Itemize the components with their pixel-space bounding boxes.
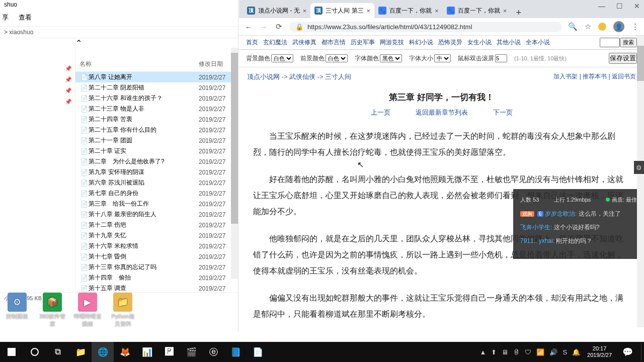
explorer-path[interactable]: > xiaoshuo <box>0 26 238 38</box>
toolbar-item[interactable]: 查看 <box>19 13 32 22</box>
file-row[interactable]: 📄第二十二章 阴差阳错2019/2/27 <box>75 82 238 93</box>
taskbar-clock[interactable]: 20:17 2019/2/27 <box>583 345 616 358</box>
tray-icon[interactable]: ⬆ <box>491 348 497 356</box>
new-tab-button[interactable]: + <box>511 8 526 18</box>
font-color-select[interactable]: 黑色 <box>380 54 402 62</box>
chapter-list-link[interactable]: 返回最新章节列表 <box>416 108 468 117</box>
tray-icon[interactable]: ▲ <box>480 348 487 356</box>
site-nav-link[interactable]: 网游竞技 <box>380 38 404 47</box>
file-row[interactable]: 📄第二十三章 物是人非2019/2/27 <box>75 104 238 114</box>
file-row[interactable]: 📄第七章 自己的身份2019/2/27 <box>75 188 238 199</box>
file-row[interactable]: 📄第三章 给我一份工作2019/2/27 <box>75 199 238 209</box>
task-view-button[interactable]: ⧉ <box>46 342 69 362</box>
desktop-icon[interactable]: 📦360软件管家 <box>38 293 66 328</box>
font-size-select[interactable]: 中 <box>434 54 451 62</box>
taskbar-app-misc1[interactable]: 📘 <box>224 342 247 362</box>
show-desktop-button[interactable] <box>641 343 644 361</box>
breadcrumb-book[interactable]: 三寸人间 <box>325 73 351 80</box>
file-row[interactable]: 📄第十五章 调查2019/2/27 <box>75 283 238 292</box>
page-viewport[interactable]: 首页玄幻魔法武侠修真都市言情历史军事网游竞技科幻小说恐怖灵异女生小说其他小说全本… <box>239 36 644 332</box>
tab-close-button[interactable]: × <box>303 7 307 15</box>
col-date[interactable]: 修改日期 <box>199 60 234 68</box>
forward-button[interactable]: → <box>259 23 268 31</box>
live-chat-overlay[interactable]: 人数 53 上行 1.29mbps 画质: 最佳 观胸6 岁岁念欧治: 这么吊，… <box>513 189 644 259</box>
desktop-icon[interactable]: 📁Python相关资料 <box>109 293 137 328</box>
bookmark-star-icon[interactable]: ☆ <box>585 22 591 31</box>
tab-close-button[interactable]: × <box>435 7 439 15</box>
extension-icon[interactable] <box>598 23 606 31</box>
tray-icon[interactable]: 🖥 <box>502 348 508 356</box>
file-list-header[interactable]: 名称 修改日期 <box>75 48 238 72</box>
taskbar-app-chrome[interactable]: 🌐 <box>92 342 114 362</box>
file-row[interactable]: 📄第十八章 最亲密的陌生人2019/2/27 <box>75 209 238 220</box>
file-row[interactable]: 📄第九章 安怀瑾的阴谋2019/2/27 <box>75 167 238 177</box>
fg-color-select[interactable]: 白色 <box>326 54 348 62</box>
taskbar-app-firefox[interactable]: 🦊 <box>114 342 136 362</box>
bg-color-select[interactable]: 白色 <box>271 54 293 62</box>
explorer-scrollbar[interactable] <box>231 48 238 279</box>
tray-icon[interactable]: 🔔 <box>572 348 580 356</box>
file-row[interactable]: 📄第十九章 失忆2019/2/27 <box>75 230 238 241</box>
taskbar-app-misc2[interactable]: 📄 <box>247 342 269 362</box>
back-button[interactable]: ← <box>244 23 253 31</box>
window-minimize-button[interactable]: — <box>598 2 605 10</box>
file-row[interactable]: 📄第十二章 伤疤2019/2/27 <box>75 220 238 230</box>
cortana-button[interactable] <box>23 342 46 362</box>
site-nav-link[interactable]: 全本小说 <box>526 38 550 47</box>
taskbar-app-ie[interactable]: ⓔ <box>202 342 224 362</box>
taskbar-app-excel[interactable]: 📊 <box>136 342 158 362</box>
file-row[interactable]: 📄第二十六章 和谁生的孩子？2019/2/27 <box>75 93 238 104</box>
notifications-button[interactable]: 💬 <box>616 342 639 362</box>
browser-tab[interactable]: 顶三寸人间 第三× <box>310 3 374 18</box>
site-nav-link[interactable]: 女生小说 <box>467 38 492 47</box>
window-maximize-button[interactable]: ☐ <box>616 2 623 10</box>
window-close-button[interactable]: ✕ <box>634 2 640 10</box>
file-row[interactable]: 📄第六章 苏浅川被退陷2019/2/27 <box>75 177 238 188</box>
tab-close-button[interactable]: × <box>367 7 371 15</box>
prev-page-link[interactable]: 上一页 <box>371 108 390 117</box>
next-page-link[interactable]: 下一页 <box>493 108 513 117</box>
file-row[interactable]: 📄第十六章 米粒求情2019/2/27 <box>75 241 238 251</box>
taskbar-app-explorer[interactable]: 📁 <box>69 342 92 362</box>
file-row[interactable]: 📄第十七章 昏倒2019/2/27 <box>75 251 238 262</box>
tab-close-button[interactable]: × <box>503 7 507 15</box>
site-nav-link[interactable]: 玄幻魔法 <box>263 38 287 47</box>
site-nav-link[interactable]: 武侠修真 <box>292 38 316 47</box>
taskbar-app-pycharm[interactable]: 🅿 <box>158 342 180 362</box>
file-row[interactable]: 📄第二章 为什么是他收养了?2019/2/27 <box>75 156 238 167</box>
file-row[interactable]: 📄第二十五章 你有什么目的2019/2/27 <box>75 125 238 135</box>
recommend-link[interactable]: 推荐本书 <box>583 73 607 80</box>
tray-icon[interactable]: S <box>562 348 567 356</box>
file-row[interactable]: 📄第十三章 你真的忘记了吗2019/2/27 <box>75 262 238 273</box>
file-row[interactable]: 📄第十四章 偷拍2019/2/27 <box>75 273 238 283</box>
scroll-speed-input[interactable] <box>495 54 507 62</box>
taskbar-app-movies[interactable]: 🎬 <box>180 342 202 362</box>
desktop-icon[interactable]: ▶哔哩哔哩直播姬 <box>73 293 102 328</box>
site-search-button[interactable]: 搜索 <box>620 38 637 47</box>
desktop-icon[interactable]: ⚙控制面板 <box>3 293 31 328</box>
url-input[interactable]: 🔒 https://www.23us.so/files/article/html… <box>289 22 562 32</box>
breadcrumb-category[interactable]: 武侠仙侠 <box>289 73 315 80</box>
site-search-input[interactable] <box>600 38 620 47</box>
tray-icon[interactable]: 🛢 <box>513 348 520 356</box>
reload-button[interactable]: ⟳ <box>274 22 283 31</box>
file-row[interactable]: 📄第八章 让她离开2019/2/27 <box>75 72 238 82</box>
browser-tab[interactable]: 🐾百度一下，你就× <box>443 3 511 18</box>
breadcrumb-home[interactable]: 顶点小说网 <box>247 73 280 80</box>
site-nav-link[interactable]: 恐怖灵异 <box>438 38 462 47</box>
tray-icon[interactable]: 🔊 <box>549 348 557 356</box>
save-settings-button[interactable]: 保存设置 <box>609 53 637 64</box>
toolbar-item[interactable]: 享 <box>2 13 9 22</box>
start-button[interactable] <box>0 342 23 362</box>
file-row[interactable]: 📄第二十章 证实2019/2/27 <box>75 146 238 156</box>
back-book-link[interactable]: 返回书页 <box>612 73 636 80</box>
col-name[interactable]: 名称 <box>79 60 199 68</box>
tray-icon[interactable]: 📶 <box>536 348 544 356</box>
tray-icon[interactable]: 🛡 <box>525 348 531 356</box>
file-row[interactable]: 📄第二十四章 苦衷2019/2/27 <box>75 114 238 125</box>
page-scrollbar[interactable] <box>637 36 644 327</box>
overlay-settings-button[interactable]: ⚙ <box>634 161 644 174</box>
site-nav-link[interactable]: 科幻小说 <box>409 38 433 47</box>
site-nav-link[interactable]: 首页 <box>246 38 258 47</box>
menu-icon[interactable]: ⋮ <box>631 22 639 31</box>
